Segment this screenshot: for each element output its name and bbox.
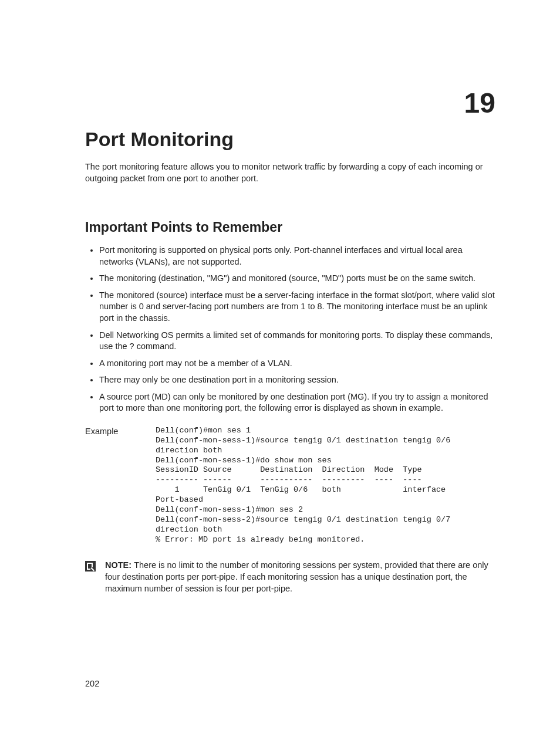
list-item: Dell Networking OS permits a limited set… [99, 330, 495, 353]
example-label: Example [85, 426, 156, 436]
note-label: NOTE: [105, 560, 134, 570]
svg-rect-0 [85, 561, 96, 571]
list-item: A source port (MD) can only be monitored… [99, 391, 495, 414]
note-block: NOTE: There is no limit to the number of… [85, 560, 495, 594]
note-text: NOTE: There is no limit to the number of… [105, 560, 495, 594]
chapter-number: 19 [464, 87, 495, 119]
list-item: The monitored (source) interface must be… [99, 290, 495, 324]
note-body: There is no limit to the number of monit… [105, 560, 488, 593]
note-icon [85, 561, 96, 571]
page-number: 202 [85, 679, 99, 688]
list-item: There may only be one destination port i… [99, 374, 495, 386]
list-item: A monitoring port may not be a member of… [99, 358, 495, 370]
terminal-output: Dell(conf)#mon ses 1 Dell(conf-mon-sess-… [156, 426, 455, 545]
page-title: Port Monitoring [85, 128, 495, 151]
page: 19 Port Monitoring The port monitoring f… [0, 0, 560, 744]
list-item: Port monitoring is supported on physical… [99, 245, 495, 268]
intro-paragraph: The port monitoring feature allows you t… [85, 161, 495, 184]
bullet-list: Port monitoring is supported on physical… [85, 245, 495, 414]
list-item: The monitoring (destination, "MG") and m… [99, 273, 495, 285]
section-heading: Important Points to Remember [85, 219, 495, 235]
example-block: Example Dell(conf)#mon ses 1 Dell(conf-m… [85, 426, 495, 545]
